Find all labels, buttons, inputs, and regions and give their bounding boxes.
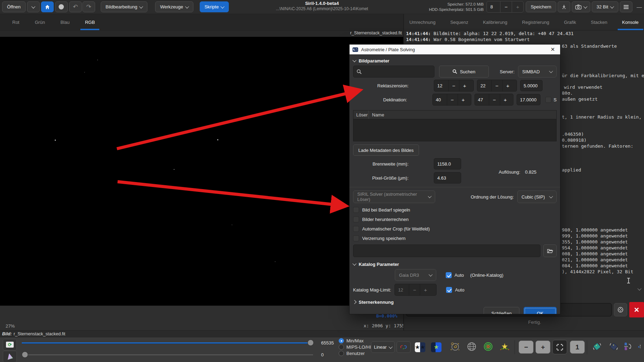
thread-increment-button[interactable]: + [512, 1, 523, 12]
pixel-size-field[interactable]: 4.63 [434, 172, 461, 183]
focal-length-field[interactable]: 1158.0 [434, 158, 461, 169]
increment-button[interactable]: + [420, 284, 431, 295]
tab-calibration[interactable]: Kalibrierung [478, 14, 512, 30]
close-button[interactable]: Schließen [484, 307, 519, 314]
mag-auto-checkbox[interactable] [446, 287, 452, 293]
stop-processing-button[interactable]: ✕ [629, 302, 644, 317]
ok-button[interactable]: OK [524, 307, 557, 314]
tab-red[interactable]: Rot [8, 14, 24, 30]
scale-mode-dropdown[interactable]: Linear [371, 341, 395, 353]
load-metadata-button[interactable]: Lade Metadaten des Bildes [353, 145, 419, 156]
radio-minmax[interactable]: Min/Max [339, 338, 371, 344]
browse-file-button[interactable] [543, 244, 557, 257]
tab-registration[interactable]: Registrierung [518, 14, 554, 30]
distortion-file-input[interactable] [353, 244, 540, 257]
catalog-auto-checkbox[interactable] [446, 272, 452, 278]
table-body-empty[interactable] [353, 119, 556, 141]
search-button[interactable]: Suchen [439, 66, 489, 78]
object-search-input[interactable] [353, 66, 434, 78]
tools-menu[interactable]: Werkzeuge [155, 1, 193, 12]
rotate-right-button[interactable] [606, 340, 621, 353]
comet-tool-button[interactable] [497, 340, 512, 353]
command-helper-button[interactable] [614, 303, 627, 316]
dec-minutes-spinner[interactable]: 47−+ [474, 94, 513, 106]
home-button[interactable] [41, 1, 54, 12]
undo-button[interactable]: ↶ [69, 1, 82, 12]
south-checkbox[interactable] [545, 97, 551, 103]
section-star-detection[interactable]: Sternerkennung [353, 299, 557, 306]
tab-plot[interactable]: Grafik [559, 14, 581, 30]
hamburger-menu-button[interactable] [620, 1, 632, 12]
ra-seconds-field[interactable]: 5.0000 [520, 80, 543, 91]
increment-button[interactable]: + [459, 80, 470, 91]
low-level-slider[interactable] [22, 351, 313, 358]
zoom-out-button[interactable]: − [519, 341, 533, 354]
section-image-parameters[interactable]: Bildparameter [353, 57, 557, 64]
decrement-button[interactable]: − [491, 80, 502, 91]
decrement-button[interactable]: − [448, 80, 459, 91]
fit-to-window-button[interactable] [552, 340, 567, 354]
slider-handle[interactable] [22, 351, 28, 358]
save-button[interactable]: Speichern [526, 1, 556, 12]
tab-blue[interactable]: Blau [56, 14, 74, 30]
window-minimize-button[interactable]: — [637, 4, 642, 10]
ra-hours-spinner[interactable]: 12−+ [434, 80, 474, 92]
tab-sequence[interactable]: Sequenz [446, 14, 473, 30]
redo-button[interactable]: ↷ [82, 1, 95, 12]
increment-button[interactable]: + [458, 94, 469, 105]
astrometry-button[interactable] [448, 340, 463, 353]
save-distortion-checkbox[interactable] [353, 235, 359, 241]
increment-button[interactable]: + [500, 94, 511, 105]
tab-rgb[interactable]: RGB [80, 14, 99, 30]
image-canvas[interactable] [0, 37, 403, 306]
mirror-vertical-button[interactable]: RB [622, 340, 635, 353]
zoom-one-to-one-button[interactable]: 1 [570, 341, 585, 354]
decrement-button[interactable]: − [489, 94, 500, 105]
radio-user[interactable]: Benutzer [339, 350, 371, 356]
open-dropdown-button[interactable] [27, 1, 40, 12]
display-refresh-button[interactable]: ⟳ [3, 339, 17, 350]
thread-count-spinner[interactable]: 8 − + [486, 1, 524, 13]
dec-degrees-spinner[interactable]: 40−+ [432, 94, 471, 106]
mirror-horizontal-button[interactable]: R [636, 340, 644, 353]
slider-handle[interactable] [307, 340, 314, 346]
mag-limit-spinner[interactable]: 12−+ [394, 284, 437, 296]
tab-conversion[interactable]: Umrechnung [405, 14, 440, 30]
flip-image-checkbox[interactable] [353, 207, 359, 213]
increment-button[interactable]: + [502, 80, 513, 91]
thread-decrement-button[interactable]: − [500, 1, 512, 12]
dialog-close-icon[interactable]: ✕ [548, 46, 557, 53]
snapshot-button[interactable] [572, 1, 590, 12]
autocrop-checkbox[interactable] [353, 226, 359, 232]
solution-order-dropdown[interactable]: Cubic (SIP) [517, 190, 557, 203]
tab-stacking[interactable]: Stacken [586, 14, 612, 30]
ra-minutes-spinner[interactable]: 22−+ [477, 80, 517, 92]
bit-depth-dropdown[interactable]: 32 Bit [592, 1, 618, 12]
section-catalog-parameters[interactable]: Katalog Parameter [353, 261, 557, 268]
channel-link-button[interactable] [397, 341, 411, 353]
radio-mips[interactable]: MIPS-LO/HI [339, 344, 371, 350]
zoom-in-button[interactable]: + [536, 341, 550, 354]
decrement-button[interactable]: − [447, 94, 458, 105]
photometry-button[interactable] [481, 340, 496, 353]
tab-console[interactable]: Konsole [618, 14, 643, 30]
solver-dropdown[interactable]: SIRIL Solver (astrometrischer Löser) [353, 190, 435, 203]
catalog-dropdown[interactable]: Gaia DR3 [395, 269, 436, 281]
scripts-menu[interactable]: Skripte [200, 1, 229, 12]
open-button[interactable]: Öffnen [2, 1, 26, 12]
annotations-button[interactable] [464, 340, 479, 353]
downsample-checkbox[interactable] [353, 216, 359, 222]
decrement-button[interactable]: − [409, 284, 420, 295]
save-as-button[interactable] [558, 1, 570, 12]
high-level-slider[interactable] [22, 340, 313, 346]
star-processing-button[interactable]: ★ [429, 341, 444, 354]
record-button[interactable] [55, 1, 68, 12]
dec-seconds-field[interactable]: 17.0000 [517, 94, 541, 105]
gamut-check-button[interactable] [3, 351, 17, 362]
tab-green[interactable]: Grün [30, 14, 49, 30]
server-dropdown[interactable]: SIMBAD [518, 66, 557, 78]
rotate-left-button[interactable] [590, 340, 604, 353]
dialog-titlebar[interactable]: Astrometrie / Plate Solving ✕ [350, 45, 560, 54]
image-processing-menu[interactable]: Bildbearbeitung [101, 1, 147, 12]
background-extraction-button[interactable]: ★★ [413, 341, 427, 354]
